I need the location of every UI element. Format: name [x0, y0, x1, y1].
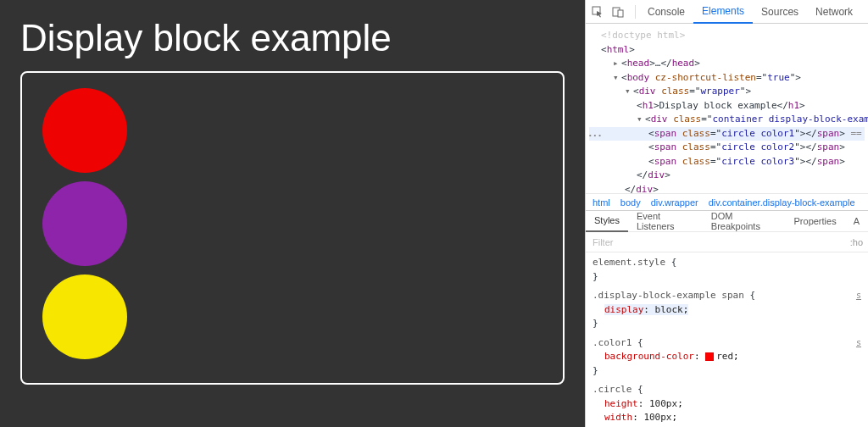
styles-tabs: Styles Event Listeners DOM Breakpoints P…: [586, 210, 868, 232]
tree-span1-selected[interactable]: <span class="circle color1"></span> == $…: [589, 127, 865, 141]
tab-dom-breakpoints[interactable]: DOM Breakpoints: [703, 210, 786, 232]
container-box: [20, 71, 565, 385]
rule-circle[interactable]: .circle { height: 100px; width: 100px; b…: [593, 383, 861, 427]
tree-h1[interactable]: <h1>Display block example</h1>: [589, 99, 865, 114]
filter-input[interactable]: [586, 237, 845, 247]
toolbar-divider: [635, 5, 636, 19]
tree-body-open[interactable]: ▾<body cz-shortcut-listen="true">: [589, 71, 865, 86]
tab-styles[interactable]: Styles: [586, 210, 628, 232]
rule-color1[interactable]: s .color1 { background-color: red; }: [593, 336, 861, 379]
breadcrumb-body[interactable]: body: [620, 197, 641, 208]
tab-console[interactable]: Console: [639, 0, 693, 24]
tree-container-close[interactable]: </div>: [589, 169, 865, 183]
tab-network[interactable]: Network: [807, 0, 861, 24]
source-link[interactable]: s: [856, 336, 861, 349]
devtools-toolbar: Console Elements Sources Network: [586, 0, 868, 24]
tree-head[interactable]: ▸<head>…</head>: [589, 57, 865, 71]
tab-event-listeners[interactable]: Event Listeners: [628, 210, 703, 232]
tab-accessibility[interactable]: A: [845, 210, 868, 232]
tab-elements[interactable]: Elements: [693, 0, 753, 24]
rendered-page: Display block example: [0, 0, 585, 427]
breadcrumb-wrapper[interactable]: div.wrapper: [651, 197, 698, 208]
circle-purple: [42, 181, 127, 266]
tree-wrapper-close[interactable]: </div>: [589, 183, 865, 194]
circle-yellow: [42, 274, 127, 359]
tree-span3[interactable]: <span class="circle color3"></span>: [589, 155, 865, 169]
color-swatch-icon[interactable]: [705, 352, 714, 361]
elements-tree[interactable]: <!doctype html> <html> ▸<head>…</head> ▾…: [586, 24, 868, 193]
styles-pane[interactable]: element.style { } s .display-block-examp…: [586, 252, 868, 427]
device-icon[interactable]: [611, 5, 625, 19]
breadcrumb-container[interactable]: div.container.display-block-example: [709, 197, 855, 208]
tree-wrapper-open[interactable]: ▾<div class="wrapper">: [589, 85, 865, 99]
svg-rect-2: [618, 10, 623, 17]
hov-toggle[interactable]: :ho: [845, 237, 868, 247]
tree-html-open[interactable]: <html>: [589, 43, 865, 58]
inspect-icon[interactable]: [591, 5, 604, 19]
rule-display-block[interactable]: s .display-block-example span { display:…: [593, 289, 861, 331]
breadcrumb-html[interactable]: html: [593, 197, 610, 208]
tab-properties[interactable]: Properties: [786, 210, 845, 232]
tree-container-open[interactable]: ▾<div class="container display-block-exa…: [589, 113, 865, 127]
tree-doctype[interactable]: <!doctype html>: [589, 29, 865, 43]
source-link[interactable]: s: [856, 289, 861, 302]
circle-red: [42, 88, 127, 173]
devtools-panel: Console Elements Sources Network <!docty…: [585, 0, 868, 427]
breadcrumb: html body div.wrapper div.container.disp…: [586, 193, 868, 210]
tab-sources[interactable]: Sources: [753, 0, 807, 24]
tree-span2[interactable]: <span class="circle color2"></span>: [589, 141, 865, 155]
filter-row: :ho: [586, 232, 868, 252]
rule-element-style[interactable]: element.style { }: [593, 256, 861, 284]
page-title: Display block example: [20, 17, 565, 59]
